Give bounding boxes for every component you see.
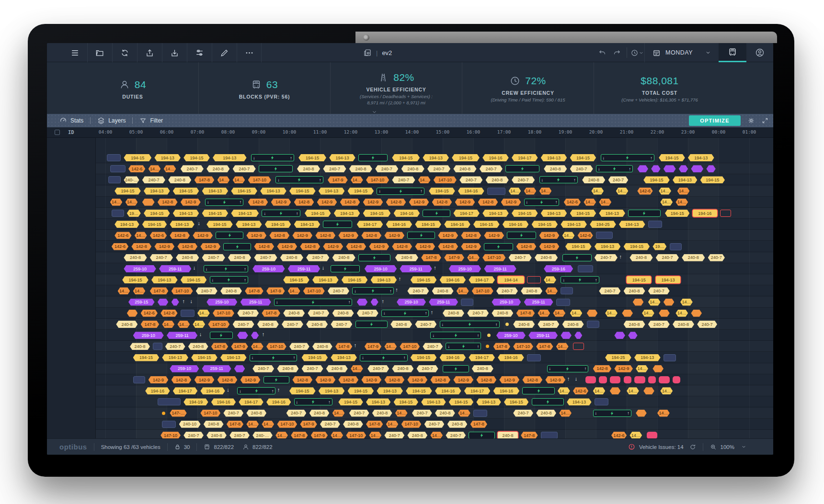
optimize-button[interactable]: OPTIMIZE bbox=[689, 115, 741, 126]
trip-bar[interactable]: 194-15 bbox=[392, 154, 420, 161]
trip-bar[interactable]: 194-16 bbox=[145, 387, 170, 394]
trip-bar[interactable]: 194-13 bbox=[599, 210, 625, 217]
trip-bar[interactable]: 194-13 bbox=[334, 210, 360, 217]
trip-bar[interactable]: 14… bbox=[386, 421, 399, 428]
trip-bar[interactable]: 142-8 bbox=[516, 243, 537, 250]
trip-bar[interactable]: 14… bbox=[133, 287, 146, 294]
trip-bar[interactable]: 14… bbox=[659, 188, 671, 195]
trip-bar[interactable]: 240-8 bbox=[257, 321, 279, 328]
issue-placeholder[interactable] bbox=[527, 276, 541, 283]
trip-bar[interactable] bbox=[652, 365, 664, 372]
trip-bar[interactable]: 240-7 bbox=[423, 343, 443, 350]
trip-bar[interactable]: 142-9 bbox=[315, 376, 335, 383]
trip-bar[interactable]: 240-7 bbox=[142, 176, 165, 183]
trip-bar[interactable]: 194-15 bbox=[338, 398, 363, 405]
trip-bar[interactable] bbox=[587, 310, 598, 317]
trip-bar[interactable]: 240-… bbox=[124, 176, 139, 183]
trip-bar[interactable]: 142-8 bbox=[160, 310, 177, 317]
trip-bar[interactable]: 240-8 bbox=[432, 287, 454, 294]
trip-bar[interactable]: 240-7 bbox=[196, 287, 217, 294]
trip-bar[interactable] bbox=[181, 310, 195, 317]
charging-block[interactable]: ↓↑ bbox=[275, 176, 323, 183]
trip-bar[interactable]: 14… bbox=[395, 410, 408, 417]
trip-bar[interactable]: 14… bbox=[126, 199, 138, 206]
trip-bar[interactable] bbox=[158, 398, 181, 405]
trip-bar[interactable]: 194-13 bbox=[673, 176, 697, 183]
trip-bar[interactable]: 194-15 bbox=[532, 221, 558, 228]
trip-bar[interactable]: 194-13 bbox=[371, 276, 397, 283]
trip-bar[interactable]: 142-9 bbox=[292, 232, 312, 239]
history-button[interactable] bbox=[630, 43, 644, 62]
trip-bar[interactable]: 194-16 bbox=[493, 387, 520, 394]
trip-bar[interactable]: 142-9 bbox=[195, 376, 215, 383]
trip-bar[interactable]: 142-6 bbox=[141, 310, 158, 317]
trip-bar[interactable]: 147-10 bbox=[400, 343, 420, 350]
trip-bar[interactable]: 14… bbox=[369, 432, 381, 438]
trip-bar[interactable]: 14… bbox=[660, 387, 673, 394]
trip-bar[interactable]: 142-8 bbox=[430, 376, 450, 383]
trip-bar[interactable]: 259-10 bbox=[449, 265, 481, 272]
trip-bar[interactable]: 142-9 bbox=[409, 199, 429, 206]
trip-bar[interactable]: 259-10 bbox=[252, 265, 285, 272]
trip-bar[interactable]: 147-8 bbox=[141, 321, 160, 328]
trip-bar[interactable]: 142-8 bbox=[386, 199, 406, 206]
trip-bar[interactable]: 147-8 bbox=[335, 343, 352, 350]
charging-block[interactable]: ↓↑ bbox=[596, 165, 633, 172]
trip-bar[interactable]: 147-8 bbox=[470, 421, 487, 428]
charging-block[interactable] bbox=[443, 365, 469, 372]
trip-bar[interactable]: 194-13 bbox=[236, 221, 262, 228]
trip-bar[interactable]: 14… bbox=[351, 176, 363, 183]
trip-bar[interactable]: 142-8 bbox=[300, 243, 320, 250]
charging-block[interactable]: ↓↑ bbox=[204, 265, 248, 272]
trip-bar[interactable]: 240-8 bbox=[390, 321, 412, 328]
trip-bar[interactable]: 147-10 bbox=[200, 410, 220, 417]
trip-bar[interactable] bbox=[610, 387, 621, 394]
charging-block[interactable] bbox=[505, 165, 539, 172]
trip-bar[interactable]: 194-13 bbox=[619, 221, 645, 228]
trip-bar[interactable]: 194-13 bbox=[421, 398, 446, 405]
trip-bar[interactable]: 259-11 bbox=[167, 332, 197, 339]
trip-bar[interactable]: 259-10 bbox=[492, 299, 521, 306]
trip-bar[interactable]: 194-17 bbox=[512, 154, 538, 161]
select-all-checkbox[interactable] bbox=[55, 130, 60, 135]
trip-bar[interactable]: 194-15 bbox=[202, 210, 229, 217]
trip-bar[interactable]: 142-9 bbox=[415, 243, 435, 250]
trip-bar[interactable]: 14… bbox=[570, 310, 583, 317]
charging-block[interactable]: ↓↑ bbox=[360, 354, 407, 361]
trip-bar[interactable]: 147-9 bbox=[300, 421, 317, 428]
trip-bar[interactable]: 147-9 bbox=[266, 287, 285, 294]
trip-bar[interactable]: 194-13 bbox=[260, 188, 286, 195]
trip-bar[interactable] bbox=[637, 165, 648, 172]
trip-bar[interactable] bbox=[610, 376, 621, 383]
trip-bar[interactable] bbox=[670, 243, 682, 250]
trip-bar[interactable]: 14… bbox=[524, 188, 537, 195]
trip-bar[interactable]: 240-… bbox=[252, 432, 273, 438]
trip-bar[interactable]: 194-15 bbox=[265, 221, 291, 228]
trip-bar[interactable]: 194-15 bbox=[643, 176, 670, 183]
trip-bar[interactable]: 240-8 bbox=[401, 165, 424, 172]
trip-bar[interactable]: 240-8 bbox=[309, 410, 330, 417]
trip-bar[interactable]: 240-8 bbox=[544, 165, 567, 172]
trip-bar[interactable]: 142-9 bbox=[277, 243, 297, 250]
trip-bar[interactable]: 240-7 bbox=[286, 410, 307, 417]
trip-bar[interactable]: 240-8 bbox=[206, 165, 229, 172]
trip-bar[interactable]: 240-8 bbox=[443, 310, 464, 317]
trip-bar[interactable]: 142-8 bbox=[432, 199, 452, 206]
trip-bar[interactable]: 142-9 bbox=[323, 243, 343, 250]
charging-block[interactable] bbox=[223, 243, 251, 250]
trip-bar[interactable]: 147-9 bbox=[311, 432, 328, 438]
trip-bar[interactable]: 194-15 bbox=[173, 188, 199, 195]
trip-bar[interactable]: 240-7 bbox=[512, 176, 535, 183]
vehicle-issues[interactable]: Vehicle Issues: 14 bbox=[628, 443, 696, 450]
trip-bar[interactable]: 194-16 bbox=[440, 354, 466, 361]
trip-bar[interactable] bbox=[596, 232, 613, 239]
trip-bar[interactable]: 194-15 bbox=[289, 387, 316, 394]
trip-bar[interactable]: 142-8 bbox=[254, 243, 274, 250]
trip-bar[interactable] bbox=[691, 165, 703, 172]
trip-bar[interactable] bbox=[162, 421, 176, 428]
trip-bar[interactable]: 147-10 bbox=[277, 421, 297, 428]
trip-bar[interactable]: 240-8 bbox=[168, 176, 191, 183]
trip-bar[interactable]: 14… bbox=[593, 387, 606, 394]
trip-bar[interactable]: 147-10 bbox=[213, 310, 234, 317]
trip-bar[interactable]: 147-10 bbox=[401, 421, 422, 428]
